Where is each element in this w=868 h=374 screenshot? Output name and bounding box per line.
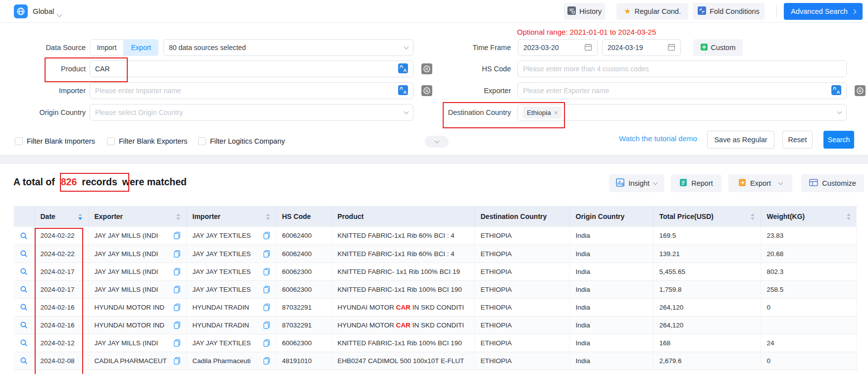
translate-icon[interactable]: A [398, 63, 408, 75]
cell-product: KNITTED FABRIC- 1x1 Rib 100% BCI 19 [331, 263, 474, 280]
header-hs-code: HS Code [276, 206, 331, 227]
sort-icons[interactable] [78, 214, 82, 220]
header-total-price[interactable]: Total Price(USD) [653, 206, 761, 227]
data-source-label: Data Source [11, 39, 86, 56]
copy-icon[interactable] [260, 304, 270, 311]
view-detail-icon[interactable] [20, 285, 28, 293]
date-from-input[interactable]: 2023-03-20 [518, 39, 598, 56]
importer-label: Importer [11, 82, 86, 99]
copy-icon[interactable] [171, 304, 180, 311]
section-divider [0, 155, 868, 164]
tab-export[interactable]: Export [124, 39, 158, 56]
header-weight[interactable]: Weight(KG) [761, 206, 857, 227]
save-as-regular-button[interactable]: Save as Regular [707, 131, 774, 149]
report-button[interactable]: Report [671, 174, 721, 192]
copy-icon[interactable] [171, 339, 180, 347]
sort-icons[interactable] [176, 214, 180, 220]
cell-hs-code: 60062300 [276, 280, 331, 298]
search-button[interactable]: Search [823, 131, 854, 149]
sort-icons[interactable] [751, 214, 755, 220]
header-importer[interactable]: Importer [186, 206, 276, 227]
copy-icon[interactable] [260, 339, 270, 347]
remove-tag-icon[interactable]: × [554, 109, 558, 116]
filter-blank-exporters-label: Filter Blank Exporters [119, 137, 188, 145]
cell-importer: JAY JAY TEXTILES [186, 245, 276, 263]
origin-country-select[interactable]: Please select Origin Country [90, 104, 413, 121]
copy-icon[interactable] [171, 357, 180, 365]
date-to-input[interactable]: 2024-03-19 [602, 39, 681, 56]
copy-icon[interactable] [171, 286, 180, 293]
exporter-input[interactable] [523, 87, 828, 95]
view-detail-icon[interactable] [20, 321, 28, 329]
destination-country-select[interactable]: Ethiopia × [517, 104, 847, 121]
translate-icon[interactable]: A [398, 85, 408, 97]
cell-weight: 23.83 [761, 227, 857, 245]
copy-icon[interactable] [171, 268, 180, 275]
cell-date: 2024-02-22 [34, 245, 88, 263]
collapse-conditions-button[interactable] [425, 136, 449, 148]
export-button[interactable]: Export [728, 174, 792, 192]
header-date[interactable]: Date [34, 206, 88, 227]
cell-hs-code: 48191010 [276, 352, 331, 370]
copy-icon[interactable] [171, 232, 180, 239]
customize-button[interactable]: Customize [801, 174, 864, 192]
hs-code-input[interactable] [523, 65, 841, 73]
cell-hs-code: 60062300 [276, 263, 331, 280]
origin-country-placeholder: Please select Origin Country [95, 108, 402, 116]
history-button[interactable]: History [564, 3, 605, 20]
view-detail-icon[interactable] [20, 339, 28, 347]
export-chevron-down-icon[interactable] [778, 180, 783, 185]
exact-match-icon[interactable] [421, 85, 432, 96]
copy-icon[interactable] [260, 232, 270, 239]
view-detail-icon[interactable] [20, 250, 28, 258]
copy-icon[interactable] [171, 250, 180, 258]
cell-weight: 802.3 [761, 263, 857, 280]
chevron-down-icon [837, 109, 842, 114]
region-chevron-down-icon[interactable] [57, 9, 61, 18]
cell-product: HYUNDAI MOTOR CAR IN SKD CONDITI [331, 298, 474, 316]
view-detail-icon[interactable] [20, 232, 28, 240]
tab-import[interactable]: Import [90, 39, 124, 56]
reset-button[interactable]: Reset [782, 131, 813, 149]
copy-icon[interactable] [260, 321, 270, 329]
cell-date: 2024-02-16 [34, 316, 88, 334]
copy-icon[interactable] [260, 250, 270, 258]
cell-exporter: HYUNDAI MOTOR IND [88, 298, 186, 316]
destination-country-label: Destination Country [436, 104, 511, 121]
filter-blank-exporters-checkbox[interactable] [107, 137, 115, 145]
advanced-search-button[interactable]: Advanced Search [784, 3, 863, 20]
header-detail-col [14, 206, 34, 227]
tutorial-link[interactable]: Watch the tutorial demo [619, 134, 697, 143]
translate-icon[interactable]: A [831, 85, 841, 97]
header-exporter[interactable]: Exporter [88, 206, 186, 227]
insight-button[interactable]: BI Insight [609, 174, 664, 192]
filter-logitics-company-checkbox[interactable] [198, 137, 206, 145]
filter-blank-importers-checkbox[interactable] [15, 137, 23, 145]
copy-icon[interactable] [260, 268, 270, 275]
copy-icon[interactable] [171, 321, 180, 329]
sort-icons[interactable] [847, 214, 851, 220]
view-detail-icon[interactable] [20, 303, 28, 311]
view-detail-icon[interactable] [20, 357, 28, 365]
header-origin-country: Origin Country [569, 206, 653, 227]
data-source-select[interactable]: 80 data sources selected [163, 39, 413, 56]
sort-icons[interactable] [266, 214, 270, 220]
exact-match-icon[interactable] [855, 85, 866, 96]
custom-label: Custom [711, 44, 736, 52]
exact-match-icon[interactable] [421, 63, 432, 74]
cell-destination: ETHIOPIA [474, 298, 569, 316]
importer-input[interactable] [95, 87, 395, 95]
region-selector-label[interactable]: Global [33, 0, 54, 23]
regular-cond-button[interactable]: ★ Regular Cond. [616, 3, 688, 20]
filter-blank-exporters: Filter Blank Exporters [107, 137, 188, 145]
cell-origin: India [569, 263, 653, 280]
fold-conditions-button[interactable]: Fold Conditions [693, 3, 765, 20]
custom-range-button[interactable]: Custom [693, 39, 743, 56]
copy-icon[interactable] [260, 286, 270, 293]
product-input[interactable] [95, 65, 395, 73]
destination-tag-label: Ethiopia [527, 109, 551, 116]
copy-icon[interactable] [260, 357, 270, 365]
total-prefix: A total of [13, 176, 55, 187]
view-detail-icon[interactable] [20, 267, 28, 275]
cell-weight: 258.5 [761, 280, 857, 298]
